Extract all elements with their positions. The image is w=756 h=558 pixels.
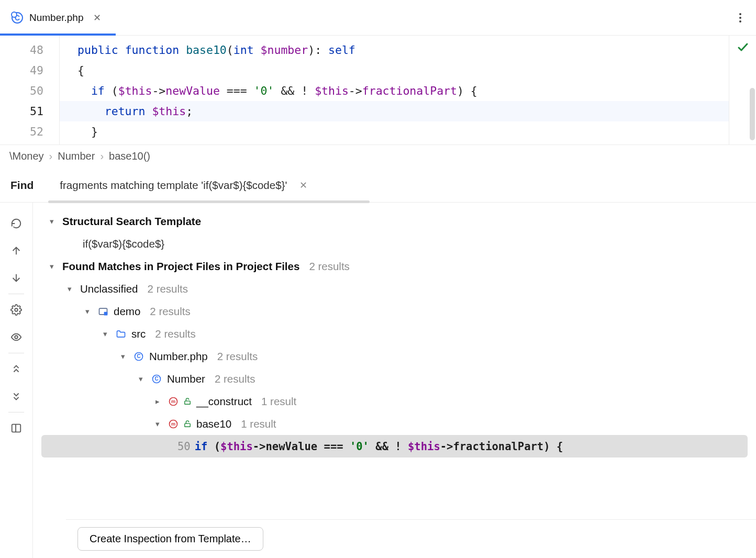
expand-all-icon[interactable] <box>8 361 25 377</box>
find-tab-close-icon[interactable]: ✕ <box>295 177 312 193</box>
method-icon: m <box>168 419 179 429</box>
php-class-icon: C <box>12 12 23 24</box>
svg-point-2 <box>15 308 18 311</box>
breadcrumb-item[interactable]: Number <box>58 150 95 162</box>
tree-node-method[interactable]: ▸ m __construct 1 result <box>33 390 756 412</box>
find-results-tree: ▾ Structural Search Template if($var$){$… <box>33 203 756 558</box>
tab-filename: Number.php <box>29 12 84 24</box>
collapse-all-icon[interactable] <box>8 388 25 405</box>
tree-section-template[interactable]: ▾ Structural Search Template <box>33 210 756 232</box>
code-editor[interactable]: 48 49 50 51 52 public function base10(in… <box>0 36 756 145</box>
result-count: 1 result <box>261 395 296 408</box>
create-inspection-button[interactable]: Create Inspection from Template… <box>77 527 263 551</box>
tree-node-unclassified[interactable]: ▾ Unclassified 2 results <box>33 277 756 300</box>
find-tab-label: fragments matching template 'if($var$){$… <box>60 179 287 192</box>
result-count: 2 results <box>309 260 349 273</box>
result-count: 2 results <box>148 283 188 295</box>
result-count: 2 results <box>150 305 190 318</box>
editor-gutter: 48 49 50 51 52 <box>0 36 60 144</box>
editor-scrollbar[interactable] <box>750 88 755 140</box>
svg-rect-17 <box>185 423 191 427</box>
toolbar-separator <box>8 294 24 294</box>
refresh-icon[interactable] <box>8 215 25 232</box>
tree-match-row[interactable]: 50if ($this->newValue === '0' && ! $this… <box>41 435 748 457</box>
result-count: 1 result <box>241 418 276 430</box>
match-code: 50if ($this->newValue === '0' && ! $this… <box>177 440 563 453</box>
tree-node-file[interactable]: ▾ C Number.php 2 results <box>33 345 756 367</box>
code-line: if ($this->newValue === '0' && ! $this->… <box>60 81 729 101</box>
section-title: Found Matches in Project Files in Projec… <box>62 260 299 273</box>
folder-icon <box>116 329 126 339</box>
layout-icon[interactable] <box>8 420 25 437</box>
line-number: 51 <box>0 101 59 121</box>
chevron-down-icon[interactable]: ▾ <box>100 329 110 339</box>
chevron-down-icon[interactable]: ▾ <box>152 419 163 429</box>
chevron-down-icon[interactable]: ▾ <box>64 284 75 294</box>
result-count: 2 results <box>217 350 258 363</box>
find-panel-header: Find fragments matching template 'if($va… <box>0 168 756 203</box>
find-tab[interactable]: fragments matching template 'if($var$){$… <box>60 177 312 193</box>
svg-text:C: C <box>154 376 158 382</box>
inspection-gutter <box>729 36 756 144</box>
code-area[interactable]: public function base10(int $number): sel… <box>60 36 729 144</box>
svg-point-3 <box>15 336 18 339</box>
line-number: 48 <box>0 40 59 60</box>
breadcrumb-separator: › <box>49 150 53 162</box>
find-bottom-bar: Create Inspection from Template… <box>66 519 756 558</box>
public-visibility-icon <box>184 398 191 405</box>
method-icon: m <box>168 396 179 407</box>
editor-tabbar: C Number.php ✕ <box>0 0 756 36</box>
breadcrumb-separator: › <box>100 150 104 162</box>
code-line: } <box>60 121 729 142</box>
svg-text:m: m <box>171 399 175 404</box>
code-line: { <box>60 60 729 81</box>
toolbar-separator <box>8 412 24 412</box>
svg-text:m: m <box>171 421 175 427</box>
tree-node-module[interactable]: ▾ demo 2 results <box>33 300 756 322</box>
svg-text:C: C <box>137 353 140 359</box>
next-occurrence-icon[interactable] <box>8 270 25 286</box>
section-title: Structural Search Template <box>62 215 201 228</box>
result-count: 2 results <box>215 373 255 385</box>
php-class-icon: C <box>134 351 144 362</box>
breadcrumb: \Money › Number › base10() <box>0 145 756 168</box>
line-number: 49 <box>0 60 59 81</box>
prev-occurrence-icon[interactable] <box>8 242 25 259</box>
breadcrumb-item[interactable]: \Money <box>9 150 44 162</box>
settings-icon[interactable] <box>8 302 25 318</box>
tree-node-folder[interactable]: ▾ src 2 results <box>33 322 756 345</box>
php-class-icon: C <box>151 374 162 384</box>
tab-close-icon[interactable]: ✕ <box>90 10 104 26</box>
chevron-down-icon[interactable]: ▾ <box>47 262 57 271</box>
find-toolbar <box>0 203 33 558</box>
inspection-ok-icon[interactable] <box>737 41 749 53</box>
tree-node-class[interactable]: ▾ C Number 2 results <box>33 367 756 390</box>
find-title: Find <box>10 179 34 192</box>
module-icon <box>98 306 108 317</box>
code-line: return $this; <box>60 101 729 121</box>
public-visibility-icon <box>184 420 191 428</box>
template-text: if($var$){$code$} <box>33 232 756 255</box>
chevron-down-icon[interactable]: ▾ <box>118 352 128 361</box>
toolbar-separator <box>8 353 24 353</box>
chevron-down-icon[interactable]: ▾ <box>136 374 146 384</box>
chevron-down-icon[interactable]: ▾ <box>47 217 57 226</box>
preview-icon[interactable] <box>8 329 25 345</box>
code-line: public function base10(int $number): sel… <box>60 40 729 60</box>
find-panel: ▾ Structural Search Template if($var$){$… <box>0 203 756 558</box>
result-count: 2 results <box>155 328 195 340</box>
line-number: 52 <box>0 121 59 142</box>
file-tab[interactable]: C Number.php ✕ <box>0 0 116 35</box>
line-number: 50 <box>0 81 59 101</box>
breadcrumb-item[interactable]: base10() <box>109 150 150 162</box>
svg-rect-14 <box>185 401 191 404</box>
svg-rect-7 <box>104 311 108 315</box>
more-menu-icon[interactable] <box>734 10 747 26</box>
tree-node-method[interactable]: ▾ m base10 1 result <box>33 412 756 435</box>
chevron-down-icon[interactable]: ▾ <box>82 307 93 316</box>
tree-section-found[interactable]: ▾ Found Matches in Project Files in Proj… <box>33 255 756 277</box>
chevron-right-icon[interactable]: ▸ <box>152 397 163 406</box>
